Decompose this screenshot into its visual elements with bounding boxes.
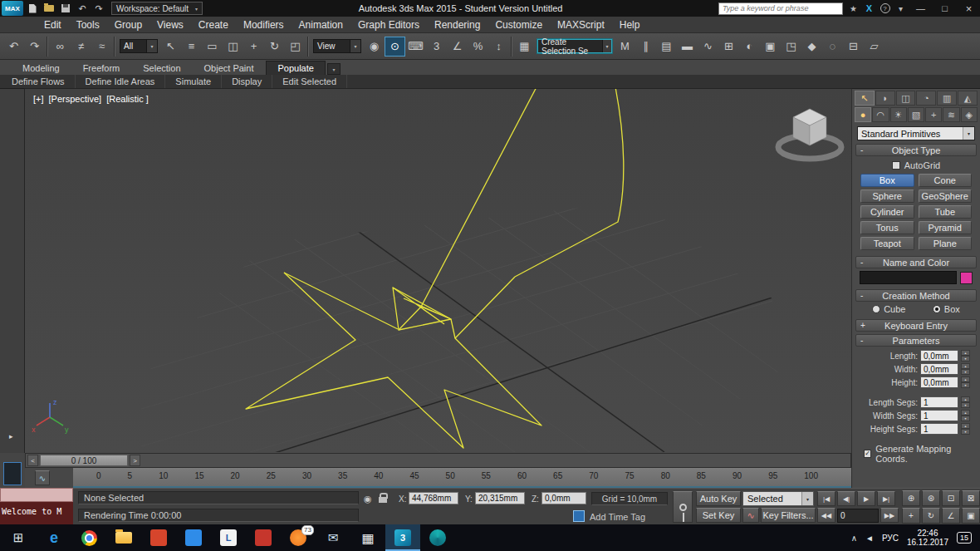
ribbon-tab[interactable]: Object Paint — [194, 61, 265, 75]
store-icon[interactable] — [176, 524, 211, 551]
angle-snap-icon[interactable]: ∠ — [447, 37, 468, 57]
selection-filter-dropdown[interactable]: All ▾ — [120, 39, 158, 53]
window-crossing-icon[interactable]: ◫ — [223, 37, 243, 57]
menu-item[interactable]: Customize — [488, 17, 550, 32]
avast-antivirus-icon[interactable]: 73 — [281, 524, 316, 551]
ribbon-tool-button[interactable]: Edit Selected — [272, 75, 347, 88]
ribbon-flyout-icon[interactable]: ▾ — [327, 63, 341, 75]
display-tab-icon[interactable]: ▥ — [937, 91, 957, 106]
unlink-selection-icon[interactable]: ≠ — [71, 37, 91, 57]
menu-item[interactable]: Tools — [69, 17, 107, 32]
spinner-arrows[interactable]: ▴▾ — [961, 350, 970, 362]
perspective-viewport[interactable]: [+] [Perspective] [Realistic ] — [25, 89, 851, 453]
tray-expand-icon[interactable]: ∧ — [851, 534, 857, 543]
open-file-icon[interactable] — [42, 2, 56, 15]
viewport-shading-menu[interactable]: [Realistic ] — [106, 94, 149, 104]
object-color-swatch[interactable] — [960, 272, 973, 284]
align-icon[interactable]: ∥ — [635, 37, 656, 57]
key-filters-button[interactable]: Key Filters... — [761, 508, 816, 523]
parameter-field[interactable]: 1 — [920, 396, 958, 408]
ribbon-tab[interactable]: Selection — [132, 61, 191, 75]
edge-browser-icon[interactable]: e — [37, 524, 71, 551]
help-icon[interactable]: ? — [878, 2, 892, 15]
mail-app-icon[interactable]: ✉ — [316, 524, 350, 551]
select-and-move-icon[interactable]: + — [243, 37, 264, 57]
language-indicator[interactable]: РУС — [882, 534, 899, 543]
orbit-icon[interactable]: ↻ — [922, 508, 940, 524]
creation-method-rollout-header[interactable]: - Creation Method — [855, 289, 977, 302]
3dsmax-logo[interactable]: MAX — [2, 1, 23, 16]
create-tab-icon[interactable]: ↖ — [855, 91, 875, 106]
spinner-arrows[interactable]: ▴▾ — [961, 396, 970, 408]
primitive-button[interactable]: Box — [860, 174, 914, 187]
default-tangent-icon[interactable]: ∿ — [742, 508, 759, 523]
favorites-icon[interactable]: ★ — [846, 2, 860, 15]
start-button[interactable]: ⊞ — [0, 524, 37, 551]
use-pivot-center-icon[interactable]: ◉ — [364, 37, 385, 57]
ribbon-tool-button[interactable]: Define Idle Areas — [76, 75, 166, 88]
mini-curve-editor-icon[interactable]: ∿ — [35, 470, 50, 485]
primitive-button[interactable]: Torus — [860, 221, 914, 234]
bind-to-space-warp-icon[interactable]: ≈ — [91, 37, 112, 57]
taskbar-clock[interactable]: 22:46 16.12.2017 — [907, 529, 948, 547]
select-and-scale-icon[interactable]: ◰ — [285, 37, 306, 57]
schematic-view-icon[interactable]: ⊞ — [718, 37, 739, 57]
utilities-tab-icon[interactable]: ◭ — [958, 91, 978, 106]
menu-item[interactable]: MAXScript — [550, 17, 612, 32]
viewport-view-menu[interactable]: [Perspective] — [49, 94, 102, 104]
parameter-field[interactable]: 1 — [920, 410, 958, 421]
selection-region-icon[interactable]: ▭ — [202, 37, 223, 57]
hierarchy-tab-icon[interactable]: ◫ — [896, 91, 916, 106]
ribbon-tab[interactable]: Freeform — [72, 61, 131, 75]
menu-item[interactable]: Create — [191, 17, 236, 32]
previous-frame-icon[interactable]: ◀| — [837, 491, 855, 506]
primitive-button[interactable]: Tube — [919, 205, 973, 219]
parameter-field[interactable]: 1 — [920, 423, 958, 435]
generate-mapping-checkbox[interactable]: ✓ Generate Mapping Coords. — [857, 442, 975, 465]
previous-key-icon[interactable]: ◀◀ — [817, 508, 835, 523]
z-coordinate-field[interactable]: 0,0mm — [541, 492, 586, 504]
primitive-button[interactable]: Sphere — [860, 189, 914, 203]
selection-lock-icon[interactable] — [379, 497, 387, 503]
parameter-field[interactable]: 0,0mm — [920, 376, 958, 388]
time-tag-icon[interactable] — [573, 510, 585, 522]
rendered-frame-icon[interactable]: ◳ — [781, 37, 801, 57]
layer-manager-icon[interactable]: ▤ — [656, 37, 677, 57]
geometry-category-icon[interactable]: ● — [855, 107, 871, 122]
spinner-arrows[interactable]: ▴▾ — [961, 376, 970, 388]
notification-center-icon[interactable]: 15 — [957, 532, 972, 544]
creation-method-radio[interactable]: Box — [933, 304, 960, 314]
calculator-icon[interactable]: ▦ — [350, 524, 385, 551]
viewport-plus-menu[interactable]: [+] — [33, 94, 44, 104]
auto-key-button[interactable]: Auto Key — [696, 491, 741, 506]
help-menu-caret-icon[interactable]: ▾ — [894, 2, 908, 15]
ribbon-tab[interactable]: Modeling — [12, 61, 71, 75]
primitive-button[interactable]: Teapot — [860, 237, 914, 250]
go-to-start-icon[interactable]: |◀ — [817, 491, 835, 506]
red-grid-app-icon[interactable] — [246, 524, 281, 551]
graphite-ribbon-icon[interactable]: ▬ — [677, 37, 698, 57]
menu-item[interactable]: Modifiers — [236, 17, 292, 32]
view-cube[interactable] — [778, 109, 841, 159]
modify-tab-icon[interactable]: ◗ — [875, 91, 895, 106]
next-frame-arrow[interactable]: > — [130, 455, 140, 466]
zoom-icon[interactable]: ⊕ — [902, 490, 920, 506]
maxscript-mini-listener[interactable]: Welcome to M — [0, 488, 73, 524]
primitive-button[interactable]: Cylinder — [860, 205, 914, 219]
primitive-category-dropdown[interactable]: Standard Primitives ▾ — [857, 126, 975, 140]
isolate-selection-icon[interactable]: ◉ — [364, 494, 372, 504]
viewport-canvas[interactable]: x y z — [25, 89, 851, 453]
systems-category-icon[interactable]: ◈ — [961, 107, 978, 122]
go-to-end-icon[interactable]: ▶| — [877, 491, 895, 506]
name-color-rollout-header[interactable]: - Name and Color — [855, 256, 977, 268]
time-slider-handle[interactable]: 0 / 100 — [40, 455, 128, 466]
select-and-link-icon[interactable]: ∞ — [50, 37, 71, 57]
ribbon-tool-button[interactable]: Display — [222, 75, 272, 88]
parameters-rollout-header[interactable]: - Parameters — [855, 334, 977, 347]
menu-item[interactable]: Edit — [37, 17, 69, 32]
new-scene-icon[interactable] — [25, 2, 40, 15]
menu-item[interactable]: Group — [107, 17, 149, 32]
lights-category-icon[interactable]: ☀ — [890, 107, 907, 122]
zoom-all-icon[interactable]: ⊛ — [922, 490, 940, 506]
field-of-view-icon[interactable]: ∠ — [942, 508, 960, 524]
